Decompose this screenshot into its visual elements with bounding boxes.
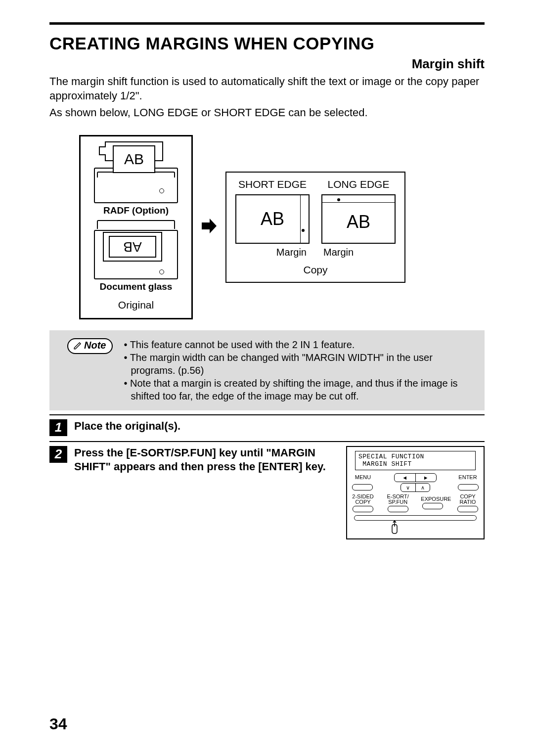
radf-label: RADF (Option) bbox=[86, 205, 186, 216]
short-edge-sheet-icon: AB bbox=[235, 194, 310, 244]
down-arrow-icon: ∨ bbox=[401, 484, 416, 491]
paper-ab-reversed-label: AB bbox=[109, 236, 156, 258]
2sided-button bbox=[353, 506, 373, 512]
top-rule bbox=[49, 22, 485, 25]
long-edge-column: LONG EDGE AB Margin bbox=[321, 178, 396, 258]
originals-box: AB RADF (Option) AB Document glass Origi… bbox=[79, 135, 193, 319]
exposure-button bbox=[422, 503, 443, 509]
intro-paragraph-2: As shown below, LONG EDGE or SHORT EDGE … bbox=[49, 106, 485, 120]
note-box: Note This feature cannot be used with th… bbox=[49, 330, 485, 410]
copyratio-button bbox=[457, 506, 478, 512]
menu-button bbox=[352, 484, 373, 490]
copy-box: SHORT EDGE AB Margin LONG EDGE AB Margin… bbox=[225, 172, 405, 283]
pointer-hand-icon bbox=[310, 520, 480, 534]
short-edge-label: SHORT EDGE bbox=[235, 178, 310, 190]
enter-button bbox=[458, 484, 479, 490]
left-arrow-icon: ◄ bbox=[395, 474, 416, 482]
lcd-line-1: SPECIAL FUNCTION bbox=[358, 453, 472, 461]
enter-label: ENTER bbox=[456, 475, 480, 480]
step-2: 2 Press the [E-SORT/SP.FUN] key until "M… bbox=[49, 441, 485, 539]
note-pill: Note bbox=[67, 338, 113, 354]
menu-label: MENU bbox=[351, 475, 375, 480]
note-item: The margin width can be changed with "MA… bbox=[124, 351, 476, 377]
esort-button bbox=[388, 506, 408, 512]
page-number: 34 bbox=[49, 715, 67, 733]
exposure-label: EXPOSURE bbox=[421, 496, 445, 502]
step-number: 2 bbox=[49, 446, 67, 463]
step-text: Press the [E-SORT/SP.FUN] key until "MAR… bbox=[74, 446, 336, 539]
esort-label: E-SORT/ SP.FUN bbox=[386, 494, 410, 505]
copy-label: Copy bbox=[235, 264, 396, 276]
paper-ab-label: AB bbox=[113, 145, 155, 173]
step-1: 1 Place the original(s). bbox=[49, 414, 485, 436]
radf-printer-icon: AB bbox=[94, 141, 178, 203]
step-text: Place the original(s). bbox=[74, 419, 485, 436]
note-list: This feature cannot be used with the 2 I… bbox=[124, 338, 476, 402]
pencil-icon bbox=[73, 341, 82, 350]
short-edge-column: SHORT EDGE AB Margin bbox=[235, 178, 310, 258]
margin-label-long: Margin bbox=[321, 247, 396, 258]
copyratio-label: COPY RATIO bbox=[456, 494, 480, 505]
note-label: Note bbox=[84, 340, 106, 351]
right-arrow-icon: ► bbox=[416, 474, 437, 482]
page-title: CREATING MARGINS WHEN COPYING bbox=[49, 34, 485, 53]
sheet-ab-label: AB bbox=[261, 209, 284, 229]
page-subtitle: Margin shift bbox=[49, 56, 485, 72]
intro-paragraph-1: The margin shift function is used to aut… bbox=[49, 75, 485, 103]
note-item: Note that a margin is created by shiftin… bbox=[124, 377, 476, 402]
diagram: AB RADF (Option) AB Document glass Origi… bbox=[79, 135, 485, 319]
lcd-line-2: MARGIN SHIFT bbox=[358, 460, 472, 468]
document-glass-label: Document glass bbox=[86, 281, 186, 292]
note-item: This feature cannot be used with the 2 I… bbox=[124, 338, 476, 351]
updown-buttons: ∨ ∧ bbox=[400, 483, 430, 492]
arrow-right-icon bbox=[201, 218, 218, 236]
up-arrow-icon: ∧ bbox=[416, 484, 430, 491]
long-edge-sheet-icon: AB bbox=[321, 194, 396, 244]
margin-label-short: Margin bbox=[235, 247, 310, 258]
2sided-label: 2-SIDED COPY bbox=[351, 494, 375, 505]
lcd-display: SPECIAL FUNCTION MARGIN SHIFT bbox=[355, 451, 476, 470]
original-label: Original bbox=[86, 299, 186, 311]
sheet-ab-label: AB bbox=[347, 212, 370, 232]
document-glass-icon: AB bbox=[94, 220, 178, 279]
long-edge-label: LONG EDGE bbox=[321, 178, 396, 190]
control-panel-illustration: SPECIAL FUNCTION MARGIN SHIFT MENU ◄ ► E… bbox=[346, 446, 485, 539]
step-number: 1 bbox=[49, 419, 67, 436]
arrow-buttons: ◄ ► bbox=[394, 473, 437, 482]
